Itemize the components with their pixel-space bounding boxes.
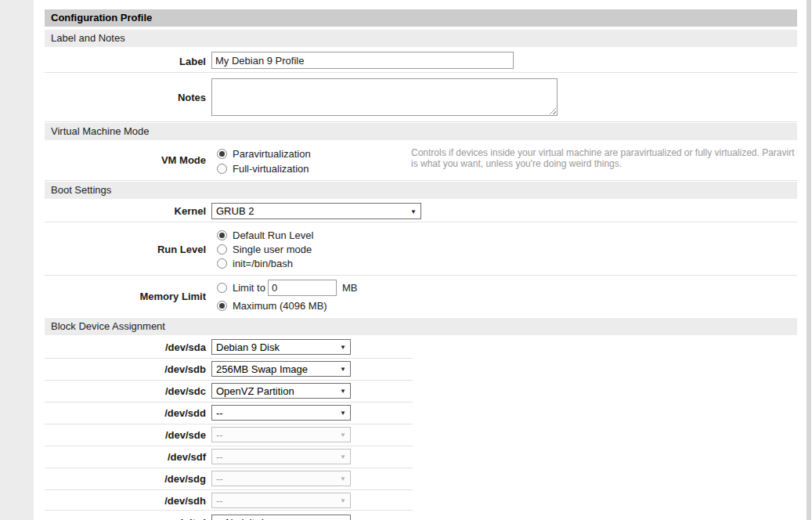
divider (45, 489, 413, 490)
memory-limit-radio-maximum[interactable] (217, 301, 227, 311)
memory-limit-unit: MB (342, 282, 358, 294)
section-title-vm-mode: Virtual Machine Mode (45, 123, 797, 140)
memory-limit-label: Memory Limit (45, 291, 206, 302)
configuration-profile-page: Configuration Profile Label and Notes Vi… (0, 0, 812, 520)
select-arrow-icon: ▼ (340, 429, 346, 441)
memory-limit-input[interactable] (268, 280, 337, 296)
select-arrow-icon: ▼ (340, 517, 346, 520)
select-value: -- (216, 495, 223, 507)
run-level-radio-init-bash[interactable] (217, 258, 227, 269)
select-arrow-icon: ▼ (340, 495, 346, 507)
select-value: Debian 9 Disk (216, 341, 280, 353)
memory-limit-radio-limit-to[interactable] (217, 283, 227, 293)
select-value: OpenVZ Partition (216, 385, 294, 397)
block-device-select-sde: -- ▼ (211, 427, 351, 442)
block-device-select-sda[interactable]: Debian 9 Disk ▼ (211, 339, 351, 355)
memory-limit-option-label[interactable]: Maximum (4096 MB) (233, 300, 327, 312)
left-gutter (0, 0, 34, 520)
divider (45, 510, 413, 511)
section-title-boot-settings: Boot Settings (45, 182, 797, 199)
block-device-label: /dev/sdh (45, 495, 206, 507)
block-device-label: /dev/sdc (45, 385, 206, 397)
select-arrow-icon: ▼ (340, 451, 346, 463)
select-arrow-icon: ▼ (340, 407, 346, 419)
block-device-select-initrd[interactable]: -- No initrd -- ▼ (211, 515, 351, 520)
divider (45, 180, 797, 181)
block-device-select-sdg: -- ▼ (211, 471, 351, 486)
run-level-option-label[interactable]: Single user mode (233, 244, 312, 256)
block-device-select-sdf: -- ▼ (211, 449, 351, 464)
divider (45, 424, 413, 424)
page-title: Configuration Profile (45, 9, 797, 27)
block-device-select-sdd[interactable]: -- ▼ (211, 405, 351, 421)
label-input[interactable] (211, 52, 514, 69)
select-arrow-icon: ▼ (340, 341, 346, 353)
section-title-block-devices: Block Device Assignment (45, 318, 797, 335)
block-device-label: /dev/sda (45, 341, 206, 353)
block-device-label: initrd (45, 517, 206, 520)
vm-mode-label: VM Mode (45, 154, 206, 166)
select-value: -- No initrd -- (216, 517, 273, 520)
vm-mode-option-label[interactable]: Paravirtualization (233, 148, 311, 161)
block-device-label: /dev/sdb (45, 363, 206, 375)
divider (45, 468, 413, 468)
select-value: -- (216, 451, 223, 463)
divider (45, 446, 413, 446)
section-title-label-notes: Label and Notes (45, 30, 797, 47)
vm-mode-option-label[interactable]: Full-virtualization (233, 163, 309, 175)
run-level-option-label[interactable]: Default Run Level (233, 229, 313, 242)
run-level-label: Run Level (45, 244, 206, 255)
block-device-label: /dev/sde (45, 429, 206, 441)
kernel-select[interactable]: GRUB 2 ▼ (211, 203, 421, 219)
select-value: GRUB 2 (216, 205, 254, 217)
block-device-label: /dev/sdg (45, 473, 206, 485)
divider (45, 402, 413, 403)
select-arrow-icon: ▼ (410, 205, 417, 217)
select-value: 256MB Swap Image (216, 363, 308, 375)
kernel-label: Kernel (45, 205, 206, 217)
select-value: -- (216, 429, 223, 441)
divider (45, 121, 797, 122)
vm-mode-radio-paravirtualization[interactable] (217, 149, 227, 159)
divider (45, 358, 413, 359)
divider (45, 275, 797, 276)
select-arrow-icon: ▼ (340, 363, 346, 375)
select-value: -- (216, 473, 223, 485)
block-device-select-sdc[interactable]: OpenVZ Partition ▼ (211, 383, 351, 399)
notes-field-label: Notes (45, 92, 206, 103)
notes-textarea[interactable] (211, 78, 558, 116)
run-level-radio-single-user[interactable] (217, 244, 227, 255)
block-device-label: /dev/sdf (45, 451, 206, 463)
divider (45, 72, 797, 73)
vm-mode-help-text: Controls if devices inside your virtual … (411, 147, 803, 169)
divider (45, 380, 413, 381)
select-value: -- (216, 407, 223, 419)
label-field-label: Label (45, 56, 206, 67)
run-level-radio-default[interactable] (217, 230, 227, 240)
vm-mode-radio-full-virtualization[interactable] (217, 164, 227, 174)
block-device-select-sdb[interactable]: 256MB Swap Image ▼ (211, 361, 351, 377)
run-level-option-label[interactable]: init=/bin/bash (233, 258, 293, 270)
memory-limit-option-label[interactable]: Limit to (233, 282, 265, 294)
divider (45, 222, 797, 222)
scrollbar[interactable] (807, 0, 811, 520)
block-device-label: /dev/sdd (45, 407, 206, 419)
select-arrow-icon: ▼ (340, 385, 346, 397)
select-arrow-icon: ▼ (340, 473, 346, 485)
block-device-select-sdh: -- ▼ (211, 493, 351, 508)
